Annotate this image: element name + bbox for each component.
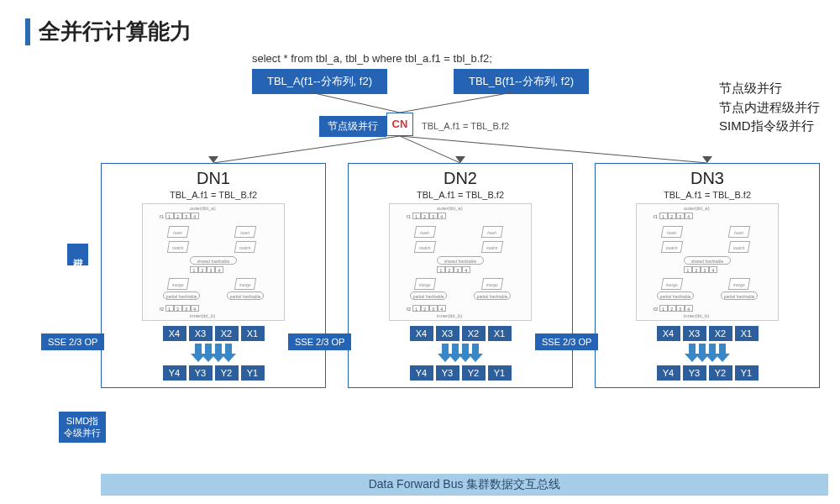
- plan-outer: outer(tbl_a): [190, 206, 216, 211]
- svg-line-4: [400, 136, 707, 163]
- plan-hash: hash: [234, 226, 256, 238]
- x-cell: X1: [241, 326, 265, 341]
- page-title-bar: 全并行计算能力: [25, 17, 192, 46]
- y-row: Y4 Y3 Y2 Y1: [107, 365, 320, 381]
- x-cell: X4: [163, 326, 186, 341]
- svg-marker-5: [208, 156, 218, 163]
- data-forward-bus: Data Forward Bus 集群数据交互总线: [101, 474, 828, 496]
- plan-merge: merge: [167, 278, 189, 290]
- list-item: 节点内进程级并行: [719, 98, 820, 118]
- plan-shared: shared hashtable: [190, 256, 237, 265]
- y-cell: Y2: [215, 365, 239, 381]
- plan-f1: f1: [160, 214, 164, 219]
- list-item: 节点级并行: [719, 79, 820, 98]
- title-accent: [25, 18, 30, 45]
- plan-merge: merge: [234, 278, 256, 290]
- x-cell: X2: [215, 326, 239, 341]
- plan-match: match: [234, 241, 256, 253]
- y-row: Y4 Y3 Y2 Y1: [601, 365, 814, 381]
- svg-line-2: [213, 136, 400, 163]
- plan-hash: hash: [167, 226, 189, 238]
- cn-condition: TBL_A.f1 = TBL_B.f2: [422, 121, 509, 131]
- sse-label: SSE 2/3 OP: [288, 333, 351, 350]
- dn-title: DN1: [107, 169, 320, 188]
- list-item: SIMD指令级并行: [719, 117, 820, 136]
- dn-condition: TBL_A.f1 = TBL_B.f2: [354, 190, 567, 200]
- query-plan-diagram: outer(tbl_a) f1 1234 hash hash match mat…: [142, 203, 285, 321]
- dn-title: DN2: [354, 169, 567, 188]
- svg-line-3: [400, 136, 460, 163]
- page-title: 全并行计算能力: [39, 17, 192, 46]
- dn1-box: DN1 TBL_A.f1 = TBL_B.f2 outer(tbl_a) f1 …: [101, 163, 326, 388]
- sse-label: SSE 2/3 OP: [41, 333, 104, 350]
- plan-inner: inner(tbl_b): [190, 313, 215, 318]
- dn-condition: TBL_A.f1 = TBL_B.f2: [601, 190, 814, 200]
- simd-level-label: SIMD指令级并行: [59, 412, 106, 443]
- dn-container: DN1 TBL_A.f1 = TBL_B.f2 outer(tbl_a) f1 …: [101, 163, 832, 388]
- x-cell: X3: [189, 326, 213, 341]
- sse-label: SSE 2/3 OP: [535, 333, 598, 350]
- dn3-box: DN3 TBL_A.f1 = TBL_B.f2 outer(tbl_a) f1 …: [595, 163, 820, 388]
- dn-title: DN3: [601, 169, 814, 188]
- process-level-label: 进程级并行: [67, 244, 88, 265]
- x-row: X4 X3 X2 X1: [601, 326, 814, 341]
- cn-box: CN: [386, 113, 413, 136]
- y-cell: Y4: [163, 365, 186, 381]
- plan-partial: partial hashtable: [227, 291, 264, 300]
- svg-marker-6: [455, 156, 465, 163]
- svg-marker-7: [702, 156, 712, 163]
- query-plan-diagram: outer(tbl_a) f1 1234 hash hash match mat…: [389, 203, 532, 321]
- svg-line-1: [400, 92, 512, 113]
- dn-condition: TBL_A.f1 = TBL_B.f2: [107, 190, 320, 200]
- plan-partial: partial hashtable: [163, 291, 200, 300]
- y-cell: Y3: [189, 365, 213, 381]
- query-plan-diagram: outer(tbl_a) f1 1234 hash hash match mat…: [636, 203, 779, 321]
- simd-arrows: [601, 344, 814, 362]
- y-row: Y4 Y3 Y2 Y1: [354, 365, 567, 381]
- plan-f2: f2: [160, 307, 164, 312]
- parallelism-list: 节点级并行 节点内进程级并行 SIMD指令级并行: [719, 79, 820, 136]
- tbl-b-box: TBL_B(f1--分布列, f2): [454, 69, 589, 94]
- y-cell: Y1: [241, 365, 265, 381]
- sql-query: select * from tbl_a, tbl_b where tbl_a.f…: [252, 52, 492, 65]
- tbl-a-box: TBL_A(f1--分布列, f2): [252, 69, 387, 94]
- plan-match: match: [167, 241, 189, 253]
- svg-line-0: [311, 92, 400, 113]
- dn2-box: DN2 TBL_A.f1 = TBL_B.f2 outer(tbl_a) f1 …: [348, 163, 573, 388]
- node-level-label: 节点级并行: [319, 116, 386, 137]
